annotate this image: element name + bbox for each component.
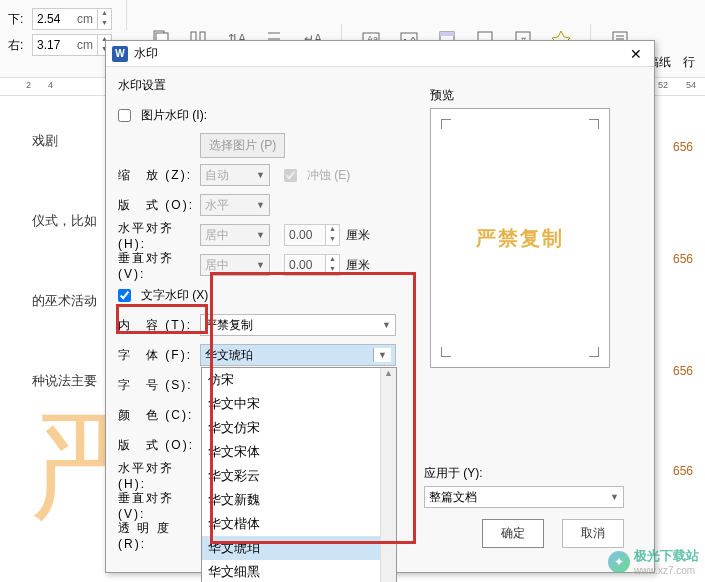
margin-bottom-value[interactable] [33,10,73,28]
valign2-label: 垂直对齐 (V): [118,490,194,521]
site-watermark: ✦ 极光下载站 www.xz7.com [608,547,699,576]
margin-controls: 下: cm ▲▼ 右: cm ▲▼ [0,0,120,77]
halign-offset: ▲▼ [284,224,340,246]
scale-label: 缩 放 (Z): [118,167,194,184]
pagenum: 656 [673,252,693,266]
close-icon[interactable]: ✕ [624,46,648,62]
halign2-label: 水平对齐 (H): [118,460,194,491]
highlight-box-font-label [116,304,208,334]
layout-select: 水平▼ [200,194,270,216]
dialog-titlebar: W 水印 ✕ [106,41,654,67]
app-icon: W [112,46,128,62]
font-option[interactable]: 华文细黑 [202,560,396,582]
layout-label: 版 式 (O): [118,197,194,214]
preview-box: 严禁复制 [430,108,610,368]
color-label: 颜 色 (C): [118,407,194,424]
preview-group: 预览 严禁复制 [430,87,630,368]
margin-right-input[interactable]: cm ▲▼ [32,34,112,56]
size-label: 字 号 (S): [118,377,194,394]
preview-text: 严禁复制 [476,225,564,252]
pagenum: 656 [673,464,693,478]
hang-label[interactable]: 行 [683,54,695,71]
spin-up-icon[interactable]: ▲ [97,9,111,19]
doc-line: 的巫术活动 [32,292,97,310]
dialog-title: 水印 [134,45,158,62]
svg-rect-10 [440,32,454,36]
apply-combo[interactable]: 整篇文档▼ [424,486,624,508]
halign-select: 居中▼ [200,224,270,246]
unit-label: cm [73,12,97,26]
doc-line: 仪式，比如 [32,212,97,230]
font-label: 字 体 (F): [118,347,194,364]
select-picture-button[interactable]: 选择图片 (P) [200,133,285,158]
unit-label: 厘米 [346,257,370,274]
valign-label: 垂直对齐 (V): [118,250,194,281]
apply-group: 应用于 (Y): 整篇文档▼ [424,465,624,508]
margin-right-value[interactable] [33,36,73,54]
logo-icon: ✦ [608,551,630,573]
logo-url: www.xz7.com [634,565,699,576]
text-watermark-checkbox[interactable] [118,289,131,302]
ok-button[interactable]: 确定 [482,519,544,548]
cancel-button[interactable]: 取消 [562,519,624,548]
pagenum: 656 [673,364,693,378]
opacity-label: 透 明 度 (R): [118,520,194,551]
highlight-box-font-list [210,272,416,544]
scale-select: 自动▼ [200,164,270,186]
picture-watermark-label: 图片水印 (I): [141,107,207,124]
unit-label: 厘米 [346,227,370,244]
preview-label: 预览 [430,87,630,104]
logo-name: 极光下载站 [634,547,699,565]
margin-bottom-input[interactable]: cm ▲▼ [32,8,112,30]
layout2-label: 版 式 (O): [118,437,194,454]
halign-label: 水平对齐 (H): [118,220,194,251]
doc-line: 戏剧 [32,132,58,150]
washout-checkbox [284,169,297,182]
apply-label: 应用于 (Y): [424,465,624,482]
margin-right-label: 右: [8,37,28,54]
picture-watermark-checkbox[interactable] [118,109,131,122]
settings-legend: 水印设置 [118,77,428,94]
spin-down-icon[interactable]: ▼ [97,19,111,29]
unit-label: cm [73,38,97,52]
text-watermark-label: 文字水印 (X) [141,287,208,304]
margin-bottom-label: 下: [8,11,28,28]
pagenum: 656 [673,140,693,154]
separator [126,0,127,30]
washout-label: 冲蚀 (E) [307,167,350,184]
